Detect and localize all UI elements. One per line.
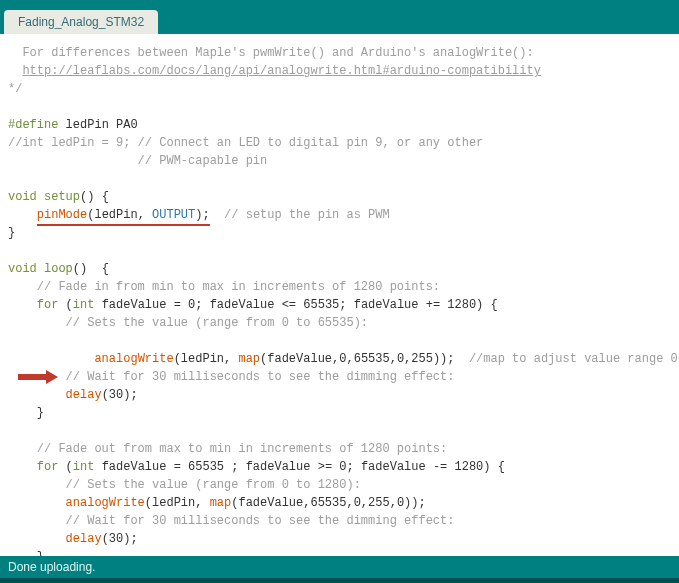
code-line: } xyxy=(8,224,679,242)
console-area xyxy=(0,578,679,583)
code-line: void setup() { xyxy=(8,188,679,206)
code-line: For differences between Maple's pwmWrite… xyxy=(8,44,679,62)
status-bar: Done uploading. xyxy=(0,556,679,578)
code-line: // Sets the value (range from 0 to 1280)… xyxy=(8,476,679,494)
code-line: } xyxy=(8,548,679,556)
code-line: // Fade out from max to min in increment… xyxy=(8,440,679,458)
code-line xyxy=(8,242,679,260)
tab-bar: Fading_Analog_STM32 xyxy=(0,8,679,34)
tab-sketch[interactable]: Fading_Analog_STM32 xyxy=(4,10,158,34)
code-line: http://leaflabs.com/docs/lang/api/analog… xyxy=(8,62,679,80)
code-line: // PWM-capable pin xyxy=(8,152,679,170)
code-line: } xyxy=(8,404,679,422)
code-line xyxy=(8,170,679,188)
code-line: pinMode(ledPin, OUTPUT); // setup the pi… xyxy=(8,206,679,224)
code-line: */ xyxy=(8,80,679,98)
link-url[interactable]: http://leaflabs.com/docs/lang/api/analog… xyxy=(22,64,540,78)
code-line: // Fade in from min to max in increments… xyxy=(8,278,679,296)
code-line: void loop() { xyxy=(8,260,679,278)
code-line: // Sets the value (range from 0 to 65535… xyxy=(8,314,679,332)
code-line: #define ledPin PA0 xyxy=(8,116,679,134)
code-line: for (int fadeValue = 65535 ; fadeValue >… xyxy=(8,458,679,476)
code-line: for (int fadeValue = 0; fadeValue <= 655… xyxy=(8,296,679,314)
code-line: analogWrite(ledPin, map(fadeValue,0,6553… xyxy=(8,332,679,368)
code-line xyxy=(8,422,679,440)
code-line: //int ledPin = 9; // Connect an LED to d… xyxy=(8,134,679,152)
code-line: // Wait for 30 milliseconds to see the d… xyxy=(8,512,679,530)
code-line: delay(30); xyxy=(8,530,679,548)
code-line: analogWrite(ledPin, map(fadeValue,65535,… xyxy=(8,494,679,512)
window-header xyxy=(0,0,679,8)
code-line: delay(30); xyxy=(8,386,679,404)
code-line: // Wait for 30 milliseconds to see the d… xyxy=(8,368,679,386)
arrow-annotation-icon xyxy=(18,334,58,348)
code-editor[interactable]: For differences between Maple's pwmWrite… xyxy=(0,34,679,556)
code-line xyxy=(8,98,679,116)
status-text: Done uploading. xyxy=(8,560,95,574)
